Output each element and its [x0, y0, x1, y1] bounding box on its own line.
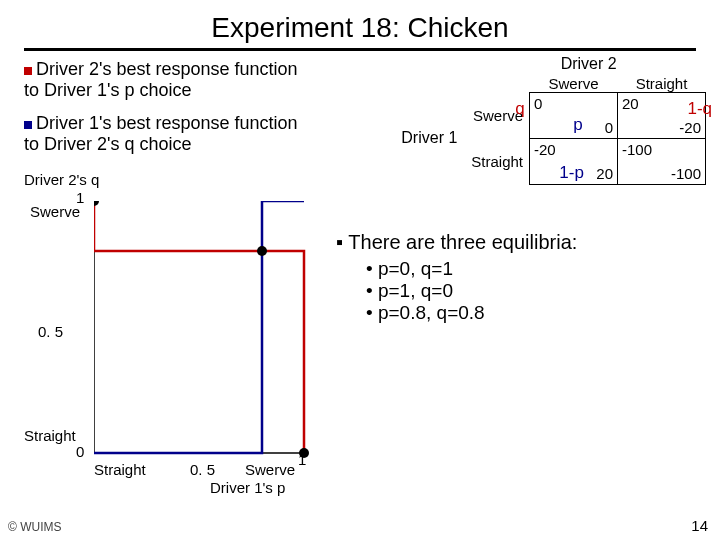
payoff: 20 — [622, 95, 639, 112]
payoff: 0 — [605, 119, 613, 136]
driver1-br-label: Driver 1's best response function to Dri… — [24, 113, 298, 154]
q-label: q — [515, 99, 524, 119]
payoff: -20 — [679, 119, 701, 136]
x-tick-swerve: Swerve — [245, 461, 295, 478]
svg-point-4 — [299, 448, 309, 458]
footer-copyright: © WUIMS — [8, 520, 62, 534]
payoff-matrix: Driver 2 q 1-q p 1-p Driver 1 Swerve Str… — [471, 55, 706, 185]
equilibrium-2: p=1, q=0 — [366, 280, 577, 302]
cell-swerve-straight: 20 -20 — [618, 93, 706, 139]
cell-swerve-swerve: 0 0 — [530, 93, 618, 139]
col-swerve: Swerve — [530, 75, 618, 93]
payoff: -100 — [671, 165, 701, 182]
page-number: 14 — [691, 517, 708, 534]
equilibria-list: There are three equilibria: p=0, q=1 p=1… — [336, 231, 577, 324]
best-response-chart: Driver 2's q 1 Swerve 0. 5 Straight 0 St… — [24, 171, 324, 471]
row-straight: Straight — [471, 139, 529, 185]
payoff: 0 — [534, 95, 542, 112]
content-area: Driver 2's best response function to Dri… — [0, 51, 720, 521]
equilibrium-3: p=0.8, q=0.8 — [366, 302, 577, 324]
payoff: -20 — [534, 141, 556, 158]
driver2-br-label: Driver 2's best response function to Dri… — [24, 59, 298, 100]
y-tick-straight: Straight — [24, 427, 76, 444]
cell-straight-swerve: -20 20 — [530, 139, 618, 185]
y-tick-swerve: Swerve — [30, 203, 80, 220]
payoff-table: Swerve Straight Swerve 0 0 20 -20 Straig… — [471, 75, 706, 185]
svg-point-3 — [257, 246, 267, 256]
x-axis-label: Driver 1's p — [210, 479, 285, 496]
red-swatch-icon — [24, 67, 32, 75]
blue-swatch-icon — [24, 121, 32, 129]
y-axis-label: Driver 2's q — [24, 171, 99, 188]
x-tick-05: 0. 5 — [190, 461, 215, 478]
x-tick-straight: Straight — [94, 461, 146, 478]
matrix-row-player: Driver 1 — [401, 129, 457, 147]
col-straight: Straight — [618, 75, 706, 93]
equilibrium-1: p=0, q=1 — [366, 258, 577, 280]
cell-straight-straight: -100 -100 — [618, 139, 706, 185]
payoff: 20 — [596, 165, 613, 182]
y-tick-0: 0 — [76, 443, 84, 460]
matrix-col-player: Driver 2 — [471, 55, 706, 75]
payoff: -100 — [622, 141, 652, 158]
y-tick-05: 0. 5 — [38, 323, 63, 340]
equilibria-lead: There are three equilibria: — [336, 231, 577, 254]
driver2-br-text: Driver 2's best response function to Dri… — [24, 59, 314, 100]
driver1-br-text: Driver 1's best response function to Dri… — [24, 113, 314, 154]
page-title: Experiment 18: Chicken — [0, 0, 720, 44]
plot-svg — [94, 201, 314, 461]
svg-point-2 — [94, 201, 99, 206]
